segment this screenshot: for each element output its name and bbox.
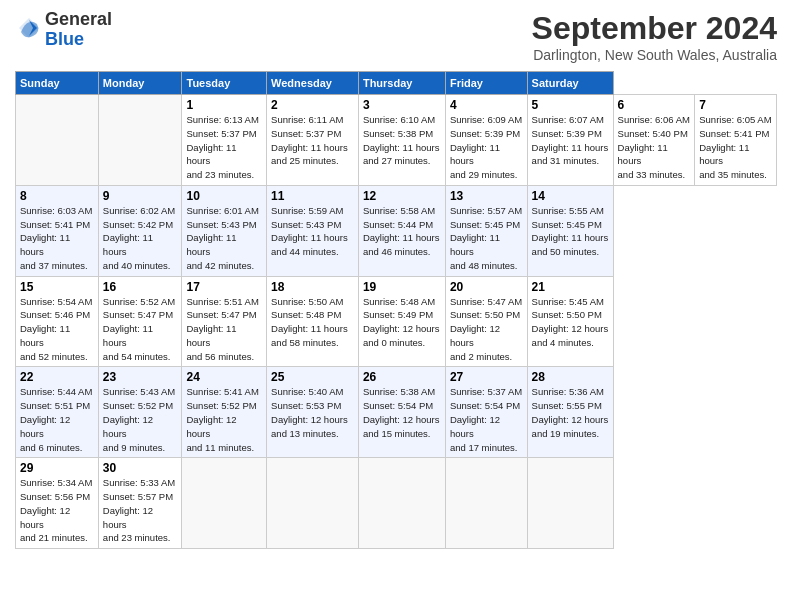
calendar-cell: 13Sunrise: 5:57 AMSunset: 5:45 PMDayligh…: [445, 185, 527, 276]
day-number: 25: [271, 370, 354, 384]
calendar-cell: 20Sunrise: 5:47 AMSunset: 5:50 PMDayligh…: [445, 276, 527, 367]
calendar-cell: 24Sunrise: 5:41 AMSunset: 5:52 PMDayligh…: [182, 367, 267, 458]
calendar-cell: 1Sunrise: 6:13 AMSunset: 5:37 PMDaylight…: [182, 95, 267, 186]
day-info: Sunrise: 5:50 AMSunset: 5:48 PMDaylight:…: [271, 295, 354, 350]
weekday-header: Thursday: [358, 72, 445, 95]
calendar-cell: 30Sunrise: 5:33 AMSunset: 5:57 PMDayligh…: [98, 458, 182, 549]
day-number: 16: [103, 280, 178, 294]
day-number: 11: [271, 189, 354, 203]
calendar-week: 15Sunrise: 5:54 AMSunset: 5:46 PMDayligh…: [16, 276, 777, 367]
day-number: 8: [20, 189, 94, 203]
weekday-header: Saturday: [527, 72, 613, 95]
calendar-cell: 26Sunrise: 5:38 AMSunset: 5:54 PMDayligh…: [358, 367, 445, 458]
day-info: Sunrise: 5:51 AMSunset: 5:47 PMDaylight:…: [186, 295, 262, 364]
day-number: 23: [103, 370, 178, 384]
day-info: Sunrise: 5:43 AMSunset: 5:52 PMDaylight:…: [103, 385, 178, 454]
calendar-cell: 10Sunrise: 6:01 AMSunset: 5:43 PMDayligh…: [182, 185, 267, 276]
day-number: 7: [699, 98, 772, 112]
day-info: Sunrise: 6:09 AMSunset: 5:39 PMDaylight:…: [450, 113, 523, 182]
day-number: 17: [186, 280, 262, 294]
day-info: Sunrise: 5:44 AMSunset: 5:51 PMDaylight:…: [20, 385, 94, 454]
day-info: Sunrise: 5:57 AMSunset: 5:45 PMDaylight:…: [450, 204, 523, 273]
day-info: Sunrise: 6:13 AMSunset: 5:37 PMDaylight:…: [186, 113, 262, 182]
calendar-cell: [358, 458, 445, 549]
calendar-week: 22Sunrise: 5:44 AMSunset: 5:51 PMDayligh…: [16, 367, 777, 458]
logo-icon: [15, 14, 43, 42]
weekday-header: Tuesday: [182, 72, 267, 95]
day-number: 2: [271, 98, 354, 112]
calendar-cell: 16Sunrise: 5:52 AMSunset: 5:47 PMDayligh…: [98, 276, 182, 367]
day-number: 28: [532, 370, 609, 384]
calendar-cell: 14Sunrise: 5:55 AMSunset: 5:45 PMDayligh…: [527, 185, 613, 276]
calendar-cell: 6Sunrise: 6:06 AMSunset: 5:40 PMDaylight…: [613, 95, 695, 186]
day-number: 30: [103, 461, 178, 475]
calendar-cell: 28Sunrise: 5:36 AMSunset: 5:55 PMDayligh…: [527, 367, 613, 458]
calendar-cell: [445, 458, 527, 549]
day-info: Sunrise: 6:03 AMSunset: 5:41 PMDaylight:…: [20, 204, 94, 273]
day-number: 4: [450, 98, 523, 112]
logo-text: General Blue: [45, 10, 112, 50]
calendar-cell: 9Sunrise: 6:02 AMSunset: 5:42 PMDaylight…: [98, 185, 182, 276]
calendar-cell: 7Sunrise: 6:05 AMSunset: 5:41 PMDaylight…: [695, 95, 777, 186]
day-number: 29: [20, 461, 94, 475]
calendar-cell: 3Sunrise: 6:10 AMSunset: 5:38 PMDaylight…: [358, 95, 445, 186]
day-info: Sunrise: 6:02 AMSunset: 5:42 PMDaylight:…: [103, 204, 178, 273]
day-number: 10: [186, 189, 262, 203]
page-header: General Blue September 2024 Darlington, …: [15, 10, 777, 63]
calendar-cell: 15Sunrise: 5:54 AMSunset: 5:46 PMDayligh…: [16, 276, 99, 367]
day-number: 19: [363, 280, 441, 294]
day-info: Sunrise: 5:58 AMSunset: 5:44 PMDaylight:…: [363, 204, 441, 259]
calendar-cell: 18Sunrise: 5:50 AMSunset: 5:48 PMDayligh…: [267, 276, 359, 367]
day-number: 26: [363, 370, 441, 384]
day-info: Sunrise: 5:38 AMSunset: 5:54 PMDaylight:…: [363, 385, 441, 440]
day-number: 5: [532, 98, 609, 112]
day-info: Sunrise: 6:10 AMSunset: 5:38 PMDaylight:…: [363, 113, 441, 168]
day-number: 13: [450, 189, 523, 203]
location-subtitle: Darlington, New South Wales, Australia: [532, 47, 777, 63]
day-number: 21: [532, 280, 609, 294]
day-number: 9: [103, 189, 178, 203]
calendar-week: 1Sunrise: 6:13 AMSunset: 5:37 PMDaylight…: [16, 95, 777, 186]
calendar-cell: [527, 458, 613, 549]
calendar-cell: 23Sunrise: 5:43 AMSunset: 5:52 PMDayligh…: [98, 367, 182, 458]
calendar-table: SundayMondayTuesdayWednesdayThursdayFrid…: [15, 71, 777, 549]
day-info: Sunrise: 6:01 AMSunset: 5:43 PMDaylight:…: [186, 204, 262, 273]
calendar-cell: 19Sunrise: 5:48 AMSunset: 5:49 PMDayligh…: [358, 276, 445, 367]
day-number: 3: [363, 98, 441, 112]
calendar-cell: 8Sunrise: 6:03 AMSunset: 5:41 PMDaylight…: [16, 185, 99, 276]
day-info: Sunrise: 5:34 AMSunset: 5:56 PMDaylight:…: [20, 476, 94, 545]
day-number: 12: [363, 189, 441, 203]
day-info: Sunrise: 5:55 AMSunset: 5:45 PMDaylight:…: [532, 204, 609, 259]
calendar-cell: 17Sunrise: 5:51 AMSunset: 5:47 PMDayligh…: [182, 276, 267, 367]
weekday-header: Monday: [98, 72, 182, 95]
calendar-cell: 4Sunrise: 6:09 AMSunset: 5:39 PMDaylight…: [445, 95, 527, 186]
calendar-cell: [267, 458, 359, 549]
calendar-cell: 21Sunrise: 5:45 AMSunset: 5:50 PMDayligh…: [527, 276, 613, 367]
day-info: Sunrise: 5:47 AMSunset: 5:50 PMDaylight:…: [450, 295, 523, 364]
day-number: 18: [271, 280, 354, 294]
day-info: Sunrise: 5:48 AMSunset: 5:49 PMDaylight:…: [363, 295, 441, 350]
calendar-week: 8Sunrise: 6:03 AMSunset: 5:41 PMDaylight…: [16, 185, 777, 276]
day-info: Sunrise: 5:52 AMSunset: 5:47 PMDaylight:…: [103, 295, 178, 364]
day-info: Sunrise: 5:36 AMSunset: 5:55 PMDaylight:…: [532, 385, 609, 440]
calendar-cell: [98, 95, 182, 186]
day-number: 20: [450, 280, 523, 294]
calendar-cell: [16, 95, 99, 186]
day-number: 1: [186, 98, 262, 112]
day-info: Sunrise: 5:40 AMSunset: 5:53 PMDaylight:…: [271, 385, 354, 440]
calendar-cell: 22Sunrise: 5:44 AMSunset: 5:51 PMDayligh…: [16, 367, 99, 458]
day-info: Sunrise: 5:41 AMSunset: 5:52 PMDaylight:…: [186, 385, 262, 454]
day-number: 22: [20, 370, 94, 384]
calendar-cell: 5Sunrise: 6:07 AMSunset: 5:39 PMDaylight…: [527, 95, 613, 186]
day-info: Sunrise: 6:07 AMSunset: 5:39 PMDaylight:…: [532, 113, 609, 168]
calendar-cell: 11Sunrise: 5:59 AMSunset: 5:43 PMDayligh…: [267, 185, 359, 276]
logo: General Blue: [15, 10, 112, 50]
day-info: Sunrise: 5:37 AMSunset: 5:54 PMDaylight:…: [450, 385, 523, 454]
weekday-header: Friday: [445, 72, 527, 95]
title-block: September 2024 Darlington, New South Wal…: [532, 10, 777, 63]
weekday-header: Wednesday: [267, 72, 359, 95]
day-info: Sunrise: 6:05 AMSunset: 5:41 PMDaylight:…: [699, 113, 772, 182]
day-number: 27: [450, 370, 523, 384]
day-info: Sunrise: 6:11 AMSunset: 5:37 PMDaylight:…: [271, 113, 354, 168]
calendar-cell: 2Sunrise: 6:11 AMSunset: 5:37 PMDaylight…: [267, 95, 359, 186]
